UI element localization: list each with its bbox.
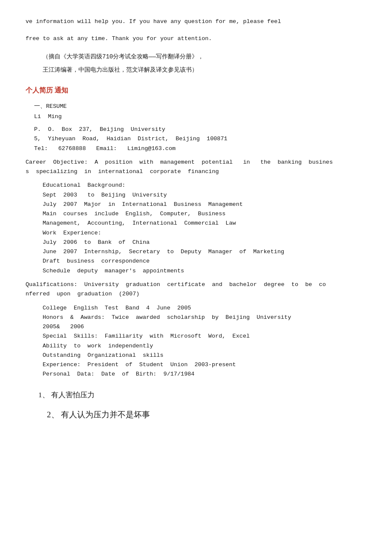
work-exp-label: Work Experience: — [43, 228, 366, 238]
resume-contact: Tel: 62768888 Email: Liming@163.com — [34, 144, 366, 153]
edu-line2: July 2007 Major in International Busines… — [43, 200, 366, 209]
qual-line1: Qualifications: University graduation ce… — [26, 280, 366, 299]
qual-line8: Experience: President of Student Union 2… — [43, 360, 366, 370]
qualifications-detail: College English Test Band 4 June 2005 Ho… — [43, 304, 366, 379]
intro-line1: ve information will help you. If you hav… — [26, 17, 366, 26]
resume-section: 一、RESUME Li Ming P. O. Box 237, Beijing … — [34, 102, 366, 153]
qualifications-block: Qualifications: University graduation ce… — [26, 280, 366, 299]
edu-line1: Sept 2003 to Beijing University — [43, 191, 366, 200]
qual-line6: Ability to work independently — [43, 341, 366, 351]
citation-block: （摘自《大学英语四级710分考试全攻略——写作翻译分册》， 王江涛编著，中国电力… — [43, 52, 366, 75]
resume-name: Li Ming — [34, 112, 366, 121]
educational-background: Educational Background: Sept 2003 to Bei… — [43, 181, 366, 276]
resume-address1: P. O. Box 237, Beijing University — [34, 125, 366, 134]
qual-line9: Personal Data: Date of Birth: 9/17/1984 — [43, 370, 366, 379]
qual-line2: College English Test Band 4 June 2005 — [43, 304, 366, 313]
edu-line3: Main courses include English, Computer, … — [43, 209, 366, 219]
work-line3: Draft business correspondence — [43, 257, 366, 266]
career-objective-block: Career Objective: A position with manage… — [26, 158, 366, 177]
list-item-1: 1、 有人害怕压力 — [38, 389, 366, 402]
resume-heading: 一、RESUME — [34, 102, 366, 111]
qual-line5: Special Skills: Familiarity with Microso… — [43, 332, 366, 341]
main-content: ve information will help you. If you hav… — [26, 17, 366, 422]
list-item-2: 2、 有人认为压力并不是坏事 — [47, 408, 366, 422]
resume-address2: 5, Yiheyuan Road, Haidian District, Beij… — [34, 134, 366, 144]
intro-line2: free to ask at any time. Thank you for y… — [26, 34, 366, 43]
work-line2: June 2007 Internship, Secretary to Deput… — [43, 247, 366, 257]
qual-line3: Honors & Awards: Twice awarded scholarsh… — [43, 313, 366, 322]
qual-line7: Outstanding Organizational skills — [43, 351, 366, 360]
work-line1: July 2006 to Bank of China — [43, 238, 366, 247]
edu-line4: Management, Accounting, International Co… — [43, 219, 366, 228]
citation-line2: 王江涛编著，中国电力出版社，范文详解及译文参见该书） — [43, 65, 366, 75]
edu-bg-label: Educational Background: — [43, 181, 366, 190]
section-heading: 个人简历 通知 — [26, 85, 366, 96]
citation-line1: （摘自《大学英语四级710分考试全攻略——写作翻译分册》， — [43, 52, 366, 62]
work-line4: Schedule deputy manager's appointments — [43, 266, 366, 276]
qual-line4: 2005& 2006 — [43, 322, 366, 332]
intro-paragraph: ve information will help you. If you hav… — [26, 17, 366, 44]
career-objective: Career Objective: A position with manage… — [26, 158, 366, 177]
